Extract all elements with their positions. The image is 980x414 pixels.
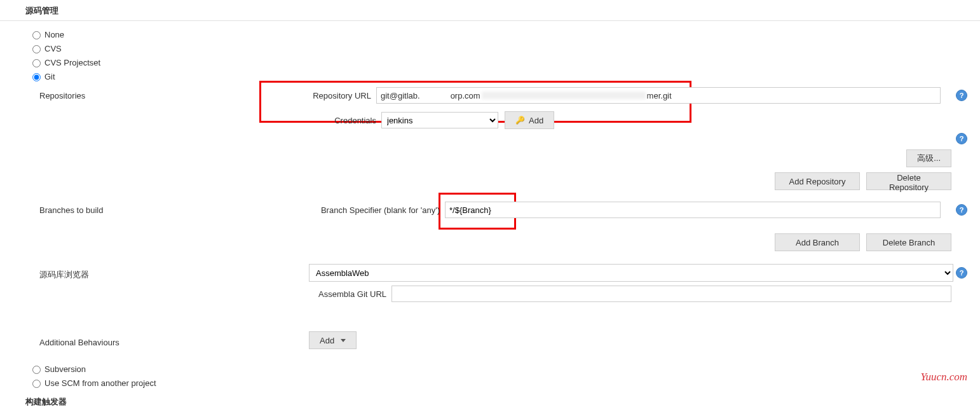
repositories-label: Repositories bbox=[39, 87, 268, 100]
branch-specifier-label: Branch Specifier (blank for 'any') bbox=[268, 205, 445, 215]
branch-specifier-input[interactable] bbox=[445, 202, 941, 218]
add-credentials-button[interactable]: 🔑 Add bbox=[505, 111, 554, 129]
add-behaviour-button[interactable]: Add bbox=[309, 331, 357, 349]
help-icon[interactable]: ? bbox=[956, 90, 967, 101]
scm-label-none: None bbox=[44, 30, 64, 39]
branches-to-build-label: Branches to build bbox=[39, 202, 268, 215]
scm-label-subversion: Subversion bbox=[44, 364, 86, 374]
scm-radio-none[interactable] bbox=[32, 31, 41, 39]
scm-radio-cvs[interactable] bbox=[32, 45, 41, 53]
credentials-label: Credentials bbox=[268, 116, 381, 125]
help-icon[interactable]: ? bbox=[956, 204, 967, 216]
chevron-down-icon bbox=[341, 339, 346, 342]
scm-radio-git[interactable] bbox=[32, 73, 41, 81]
scm-label-cvs: CVS bbox=[44, 44, 62, 53]
watermark: Yuucn.com bbox=[920, 371, 967, 383]
delete-repository-button[interactable]: Delete Repository bbox=[866, 172, 951, 190]
scm-option-cvs-projectset[interactable]: CVS Projectset bbox=[29, 55, 980, 69]
scm-radio-group: None CVS CVS Projectset Git Repositories… bbox=[0, 21, 980, 390]
help-icon[interactable]: ? bbox=[956, 267, 967, 279]
scm-radio-subversion[interactable] bbox=[32, 366, 41, 374]
scm-radio-use-scm-from[interactable] bbox=[32, 380, 41, 388]
credentials-select[interactable]: jenkins bbox=[381, 112, 498, 128]
scm-label-use-scm-from: Use SCM from another project bbox=[44, 378, 156, 388]
add-repository-button[interactable]: Add Repository bbox=[775, 172, 860, 190]
assembla-url-input[interactable] bbox=[391, 286, 951, 302]
build-triggers-title: 构建触发器 bbox=[0, 390, 980, 411]
scm-option-none[interactable]: None bbox=[29, 27, 980, 41]
scm-option-subversion[interactable]: Subversion bbox=[29, 362, 980, 376]
key-icon: 🔑 bbox=[515, 116, 525, 125]
scm-option-cvs[interactable]: CVS bbox=[29, 41, 980, 55]
scm-label-git: Git bbox=[44, 72, 55, 81]
repo-url-input[interactable] bbox=[376, 87, 941, 104]
scm-radio-cvs-projectset[interactable] bbox=[32, 59, 41, 67]
add-branch-button[interactable]: Add Branch bbox=[775, 233, 860, 251]
repo-browser-select[interactable]: AssemblaWeb bbox=[309, 264, 953, 282]
scm-option-use-scm-from[interactable]: Use SCM from another project bbox=[29, 376, 980, 390]
scm-option-git[interactable]: Git bbox=[29, 69, 980, 83]
delete-branch-button[interactable]: Delete Branch bbox=[866, 233, 951, 251]
help-icon[interactable]: ? bbox=[956, 133, 967, 144]
advanced-button[interactable]: 高级... bbox=[906, 149, 951, 167]
additional-behaviours-label: Additional Behaviours bbox=[39, 334, 309, 347]
scm-section-title: 源码管理 bbox=[0, 0, 980, 21]
repo-browser-label: 源码库浏览器 bbox=[39, 265, 309, 280]
repo-url-label: Repository URL bbox=[268, 91, 376, 100]
assembla-url-label: Assembla Git URL bbox=[309, 289, 391, 299]
scm-label-cvs-projectset: CVS Projectset bbox=[44, 58, 100, 67]
